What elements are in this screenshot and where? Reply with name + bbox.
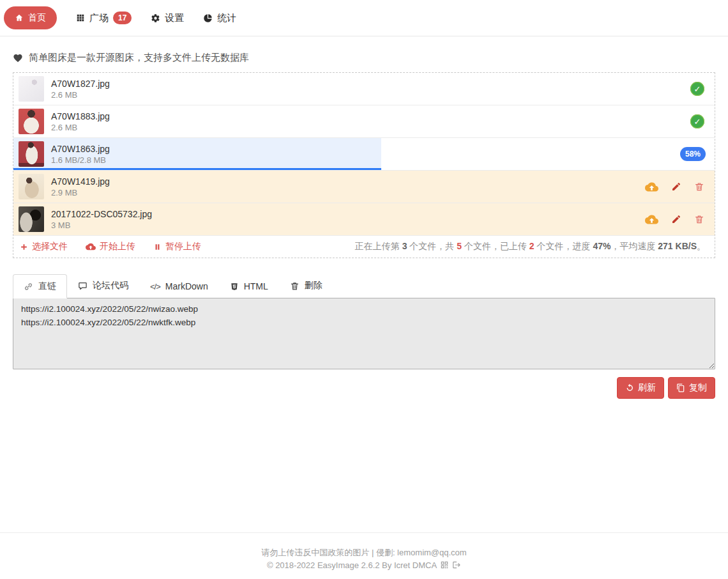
- grid-icon: [76, 13, 85, 22]
- select-files-button[interactable]: 选择文件: [20, 241, 68, 252]
- file-row-4: A70W1419.jpg 2.9 MB: [13, 171, 715, 203]
- nav-settings-label: 设置: [165, 12, 184, 24]
- home-icon: [15, 13, 24, 22]
- delete-file-button[interactable]: [694, 181, 704, 192]
- gear-icon: [151, 13, 160, 23]
- logout-icon[interactable]: [452, 560, 461, 569]
- file-thumbnail: [19, 141, 44, 167]
- edit-file-button[interactable]: [671, 181, 681, 192]
- file-size: 3 MB: [51, 220, 152, 230]
- trash-icon: [290, 281, 300, 291]
- file-thumbnail: [19, 76, 44, 102]
- nav-plaza[interactable]: 广场 17: [76, 12, 132, 24]
- pause-icon: [153, 243, 162, 251]
- nav-stats-label: 统计: [217, 12, 236, 24]
- pause-upload-button[interactable]: 暂停上传: [153, 241, 201, 252]
- file-thumbnail: [19, 206, 44, 232]
- intro-text: 简单图床是一款开源图床，支持多文件上传无数据库: [29, 52, 249, 64]
- file-size: 2.6 MB: [51, 90, 110, 100]
- code-icon: </>: [150, 282, 160, 291]
- tab-delete[interactable]: 删除: [279, 274, 333, 298]
- file-thumbnail: [19, 109, 44, 134]
- file-name: 20171022-DSC05732.jpg: [51, 209, 152, 219]
- tab-markdown[interactable]: </> MarkDown: [139, 275, 219, 298]
- pie-chart-icon: [203, 13, 213, 23]
- nav-home-label: 首页: [28, 12, 46, 24]
- pencil-icon: [671, 181, 681, 192]
- file-size: 1.6 MB/2.8 MB: [51, 155, 110, 165]
- edit-file-button[interactable]: [671, 214, 681, 224]
- nav-home[interactable]: 首页: [4, 6, 57, 29]
- nav-stats[interactable]: 统计: [203, 12, 236, 24]
- page-footer: 请勿上传违反中国政策的图片 | 侵删: lemomim@qq.com © 201…: [0, 532, 728, 579]
- uploader-action-bar: 选择文件 开始上传 暂停上传 正在上传第 3 个文件，共 5 个文件，已上传 2…: [13, 236, 715, 258]
- cloud-upload-icon: [86, 242, 96, 252]
- file-row-2: A70W1883.jpg 2.6 MB ✓: [13, 105, 715, 138]
- output-actions: 刷新 复制: [13, 377, 715, 399]
- refresh-button[interactable]: 刷新: [617, 377, 664, 399]
- heart-icon: [13, 53, 23, 63]
- pencil-icon: [671, 214, 681, 224]
- cloud-upload-icon: [645, 213, 658, 226]
- links-textarea[interactable]: https://i2.100024.xyz/2022/05/22/nwizao.…: [13, 298, 715, 369]
- file-thumbnail: [19, 174, 44, 199]
- success-check-icon: ✓: [690, 82, 704, 96]
- file-row-3-uploading: A70W1863.jpg 1.6 MB/2.8 MB 58%: [13, 138, 715, 171]
- copy-button[interactable]: 复制: [668, 377, 715, 399]
- upload-file-button[interactable]: [645, 180, 658, 194]
- refresh-icon: [625, 383, 634, 392]
- nav-settings[interactable]: 设置: [151, 12, 184, 24]
- main-content: 简单图床是一款开源图床，支持多文件上传无数据库 A70W1827.jpg 2.6…: [0, 52, 728, 399]
- top-navbar: 首页 广场 17 设置 统计: [0, 0, 728, 36]
- footer-policy-line: 请勿上传违反中国政策的图片 | 侵删: lemomim@qq.com: [0, 546, 728, 559]
- link-icon: [24, 282, 33, 291]
- copy-icon: [676, 383, 685, 392]
- qrcode-icon[interactable]: [440, 560, 449, 569]
- upload-status-text: 正在上传第 3 个文件，共 5 个文件，已上传 2 个文件，进度 47%，平均速…: [355, 241, 708, 252]
- plus-icon: [20, 243, 28, 251]
- file-row-5: 20171022-DSC05732.jpg 3 MB: [13, 203, 715, 236]
- delete-file-button[interactable]: [694, 214, 704, 224]
- easyimage-app: 首页 广场 17 设置 统计 简单图床是一款开源图床，支持多文件上传无数据库: [0, 0, 728, 399]
- start-upload-button[interactable]: 开始上传: [86, 241, 135, 252]
- footer-copyright-line: © 2018-2022 EasyImage 2.6.2 By Icret DMC…: [0, 559, 728, 572]
- file-name: A70W1419.jpg: [51, 176, 110, 187]
- success-check-icon: ✓: [690, 114, 704, 128]
- file-name: A70W1827.jpg: [51, 79, 110, 89]
- tab-forum-code[interactable]: 论坛代码: [67, 274, 139, 298]
- output-format-tabs: 直链 论坛代码 </> MarkDown HTML 删除: [13, 274, 715, 298]
- tab-direct-link[interactable]: 直链: [13, 274, 67, 298]
- upload-dropzone[interactable]: A70W1827.jpg 2.6 MB ✓ A70W1883.jpg 2.6 M…: [13, 72, 715, 258]
- file-size: 2.6 MB: [51, 123, 110, 132]
- trash-icon: [694, 181, 704, 192]
- nav-plaza-label: 广场: [89, 12, 109, 24]
- cloud-upload-icon: [645, 180, 658, 194]
- intro-line: 简单图床是一款开源图床，支持多文件上传无数据库: [13, 52, 715, 64]
- file-row-1: A70W1827.jpg 2.6 MB ✓: [13, 73, 715, 105]
- html5-icon: [230, 282, 239, 291]
- tab-html[interactable]: HTML: [219, 275, 279, 298]
- file-name: A70W1863.jpg: [51, 144, 110, 154]
- trash-icon: [694, 214, 704, 224]
- file-size: 2.9 MB: [51, 188, 110, 197]
- progress-percent-badge: 58%: [680, 147, 706, 161]
- file-name: A70W1883.jpg: [51, 111, 110, 121]
- plaza-count-badge: 17: [113, 12, 132, 24]
- upload-file-button[interactable]: [645, 213, 658, 226]
- comment-icon: [78, 281, 87, 291]
